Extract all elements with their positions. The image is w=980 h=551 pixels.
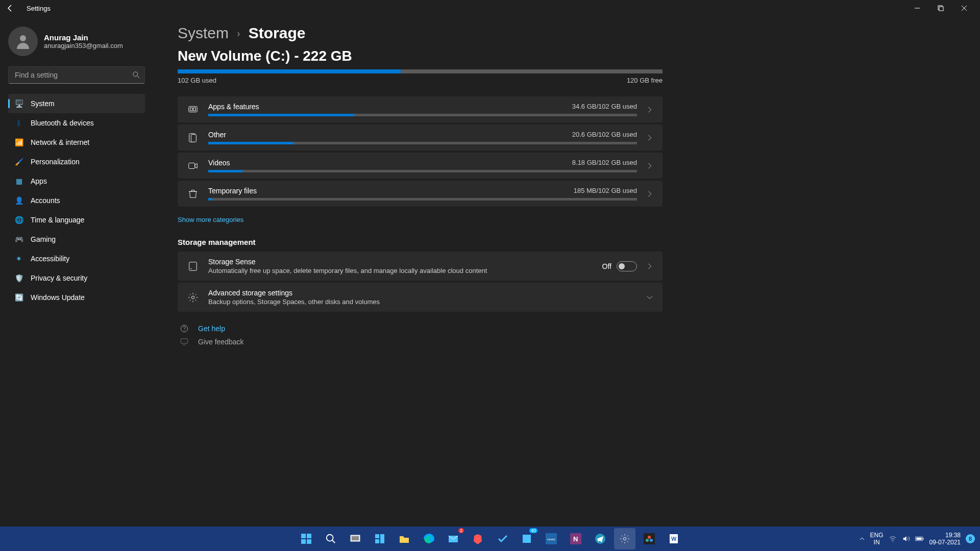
sidebar-item-network-internet[interactable]: 📶Network & internet xyxy=(8,133,145,152)
get-help-row: Get help xyxy=(178,324,960,333)
svg-rect-21 xyxy=(307,534,311,538)
svg-rect-2 xyxy=(939,7,943,11)
svg-rect-22 xyxy=(301,539,306,544)
sidebar-item-apps[interactable]: ▦Apps xyxy=(8,171,145,191)
avatar xyxy=(8,27,38,56)
nav-icon: 🌐 xyxy=(14,215,23,224)
telegram-icon[interactable] xyxy=(590,528,611,549)
back-button[interactable] xyxy=(4,2,16,14)
taskbar: 2 40 music N W ENGIN 19:3809-07-2021 8 xyxy=(0,527,980,551)
category-card-other[interactable]: Other 20.6 GB/102 GB used xyxy=(178,124,663,151)
category-usage: 20.6 GB/102 GB used xyxy=(572,131,637,139)
feedback-link[interactable]: Give feedback xyxy=(198,338,244,346)
disk-icon xyxy=(187,261,199,272)
language-indicator[interactable]: ENGIN xyxy=(870,532,884,546)
news-icon[interactable]: 40 xyxy=(516,528,537,549)
advanced-storage-card[interactable]: Advanced storage settings Backup options… xyxy=(178,283,663,312)
edge-icon[interactable] xyxy=(418,528,439,549)
word-icon[interactable]: W xyxy=(663,528,684,549)
gear-icon xyxy=(187,292,199,303)
nav-label: Gaming xyxy=(31,235,56,243)
svg-point-18 xyxy=(184,330,184,331)
search-button[interactable] xyxy=(320,528,341,549)
user-name: Anurag Jain xyxy=(44,33,123,42)
search-wrap xyxy=(8,66,145,84)
sidebar-item-system[interactable]: 🖥️System xyxy=(8,94,145,113)
category-card-temporary-files[interactable]: Temporary files 185 MB/102 GB used xyxy=(178,181,663,207)
breadcrumb: System › Storage xyxy=(178,24,960,42)
sidebar-item-windows-update[interactable]: 🔄Windows Update xyxy=(8,288,145,307)
maximize-button[interactable] xyxy=(929,0,952,16)
svg-rect-14 xyxy=(189,262,197,270)
svg-text:music: music xyxy=(547,538,555,541)
category-usage: 185 MB/102 GB used xyxy=(574,187,637,195)
battery-icon[interactable] xyxy=(915,536,924,542)
storage-sense-toggle[interactable] xyxy=(617,261,637,271)
svg-rect-20 xyxy=(301,534,306,538)
wifi-icon[interactable] xyxy=(889,535,897,543)
nav-icon: 🛡️ xyxy=(14,273,23,283)
nav-icon: ▦ xyxy=(14,177,23,186)
svg-point-24 xyxy=(327,535,333,541)
feedback-row: Give feedback xyxy=(178,337,960,346)
nav-label: System xyxy=(31,99,55,108)
davinci-icon[interactable] xyxy=(639,528,660,549)
category-title: Videos xyxy=(208,159,230,167)
onenote-icon[interactable]: N xyxy=(565,528,586,549)
category-progress xyxy=(208,198,637,201)
amazon-music-icon[interactable]: music xyxy=(541,528,562,549)
nav-icon: ✶ xyxy=(14,254,23,263)
minimize-button[interactable] xyxy=(905,0,929,16)
clock[interactable]: 19:3809-07-2021 xyxy=(929,532,961,546)
notification-badge[interactable]: 8 xyxy=(966,534,975,543)
nav-label: Accessibility xyxy=(31,255,69,263)
nav-icon: 🖥️ xyxy=(14,99,23,108)
toggle-state-label: Off xyxy=(602,262,611,270)
settings-icon[interactable] xyxy=(614,528,635,549)
close-button[interactable] xyxy=(952,0,976,16)
breadcrumb-parent[interactable]: System xyxy=(178,24,229,42)
sidebar-item-personalization[interactable]: 🖌️Personalization xyxy=(8,152,145,171)
system-tray: ENGIN 19:3809-07-2021 8 xyxy=(859,532,975,546)
task-view-button[interactable] xyxy=(345,528,366,549)
sidebar-item-bluetooth-devices[interactable]: ᛒBluetooth & devices xyxy=(8,113,145,133)
show-more-link[interactable]: Show more categories xyxy=(178,216,960,223)
category-progress xyxy=(208,142,637,144)
sidebar-item-accounts[interactable]: 👤Accounts xyxy=(8,191,145,210)
todo-icon[interactable] xyxy=(492,528,513,549)
svg-point-47 xyxy=(892,541,893,542)
sidebar-item-gaming[interactable]: 🎮Gaming xyxy=(8,230,145,249)
svg-line-25 xyxy=(332,540,335,543)
apps-icon xyxy=(187,104,199,115)
user-section[interactable]: Anurag Jain anuragjain353@gmail.com xyxy=(8,22,145,64)
start-button[interactable] xyxy=(296,528,317,549)
explorer-icon[interactable] xyxy=(394,528,415,549)
nav-icon: 🎮 xyxy=(14,235,23,244)
svg-point-5 xyxy=(20,35,26,41)
brave-icon[interactable] xyxy=(467,528,488,549)
svg-point-44 xyxy=(650,539,653,542)
tray-chevron-icon[interactable] xyxy=(859,536,865,542)
sidebar-item-time-language[interactable]: 🌐Time & language xyxy=(8,210,145,230)
svg-rect-19 xyxy=(181,339,188,343)
mail-icon[interactable]: 2 xyxy=(443,528,464,549)
sidebar-item-accessibility[interactable]: ✶Accessibility xyxy=(8,249,145,268)
storage-sense-card[interactable]: Storage Sense Automatically free up spac… xyxy=(178,252,663,281)
storage-progress xyxy=(178,69,663,73)
storage-sense-title: Storage Sense xyxy=(208,258,593,266)
category-card-videos[interactable]: Videos 8.18 GB/102 GB used xyxy=(178,153,663,179)
widgets-button[interactable] xyxy=(369,528,390,549)
sidebar-item-privacy-security[interactable]: 🛡️Privacy & security xyxy=(8,268,145,288)
svg-text:N: N xyxy=(573,535,578,543)
chevron-right-icon xyxy=(646,162,653,169)
svg-rect-13 xyxy=(189,163,195,168)
storage-usage: 102 GB used 120 GB free xyxy=(178,69,960,84)
category-card-apps-features[interactable]: Apps & features 34.6 GB/102 GB used xyxy=(178,96,663,122)
search-input[interactable] xyxy=(8,66,145,84)
svg-point-43 xyxy=(646,539,649,542)
category-progress xyxy=(208,114,637,116)
get-help-link[interactable]: Get help xyxy=(198,324,225,333)
svg-rect-29 xyxy=(380,534,384,543)
volume-icon[interactable] xyxy=(902,535,910,543)
svg-point-15 xyxy=(190,268,191,269)
